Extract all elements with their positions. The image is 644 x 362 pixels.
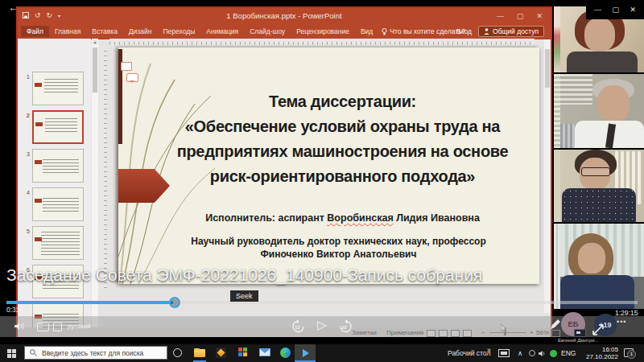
forward-30-label: 30 <box>341 325 347 330</box>
slide-executor-line: Исполнитель: аспирант Воробинская Лидия … <box>151 212 535 224</box>
recording-title: Заседание Совета ЭМФ-20221026_140900-Зап… <box>6 265 482 285</box>
fullscreen-expand-icon[interactable] <box>592 324 604 335</box>
volume-tray-icon[interactable] <box>539 350 547 357</box>
windows-taskbar: Введите здесь текст для поиска Рабочий с… <box>0 344 644 362</box>
editor-scrollbar[interactable] <box>544 39 551 313</box>
volume-icon[interactable] <box>14 322 25 331</box>
webcam-tile-4[interactable] <box>560 224 644 309</box>
webcam-tile-2[interactable] <box>560 74 644 148</box>
webcam-sliver <box>554 224 560 309</box>
closed-captions-icon[interactable] <box>37 323 49 331</box>
slide-title-line: предприятиях машиностроения на основе <box>152 139 533 164</box>
powerpoint-window: ↺ ↻ ▾ 1 Воробинская.pptx - PowerPoint — … <box>16 6 552 340</box>
person-icon <box>484 28 489 35</box>
thumbnail-scrollbar[interactable]: ▴ <box>92 39 98 339</box>
pencil-icon[interactable] <box>550 319 560 330</box>
clock[interactable]: 16:05 27.10.2022 <box>581 346 618 360</box>
slide-thumbnail-panel: 1 2 3 4 5 6 <box>18 39 91 339</box>
sign-in-link[interactable]: Вход <box>456 27 472 35</box>
slide-thumbnail-2-selected[interactable] <box>32 110 84 144</box>
camera-off-badge <box>574 329 586 337</box>
account-area: Вход Общий доступ <box>456 26 544 37</box>
slide-thumbnail-5[interactable] <box>32 226 84 260</box>
maximize-icon[interactable]: ▢ <box>612 6 619 14</box>
letterbox-strip <box>0 337 644 344</box>
tell-me-label: Что вы хотите сделать? <box>390 27 465 35</box>
webcam-sliver <box>554 74 560 148</box>
participant-name: Евгений Дмитри... <box>558 338 598 343</box>
tray-chevron-icon[interactable]: ∧ <box>518 349 522 357</box>
slide-number: 4 <box>22 189 30 196</box>
notification-badge: 1 <box>627 350 636 359</box>
tab-review[interactable]: Рецензирование <box>291 26 355 37</box>
mail-icon[interactable] <box>259 348 270 356</box>
display-tray-icon[interactable] <box>498 349 510 357</box>
powerpoint-window-controls: — ▢ ✕ <box>497 12 543 20</box>
more-options-button[interactable]: ••• <box>617 318 626 326</box>
tab-slideshow[interactable]: Слайд-шоу <box>244 26 291 37</box>
notification-center-icon[interactable]: 1 <box>624 348 634 357</box>
taskbar-search[interactable]: Введите здесь текст для поиска <box>24 346 167 360</box>
slide-canvas[interactable]: Тема диссертации: «Обеспечение условий о… <box>118 47 539 284</box>
cortana-icon[interactable] <box>173 348 182 357</box>
language-indicator[interactable]: ENG <box>561 349 576 357</box>
minimize-icon[interactable]: — <box>594 6 601 14</box>
slide-thumbnail-4[interactable] <box>32 187 84 221</box>
tab-transitions[interactable]: Переходы <box>157 26 200 37</box>
seek-bar[interactable] <box>6 301 638 304</box>
seek-handle[interactable] <box>169 297 180 308</box>
executor-prefix: Исполнитель: аспирант <box>205 212 327 224</box>
onedrive-tray-icon[interactable] <box>529 350 535 356</box>
ppt-restore-icon[interactable]: ▢ <box>517 12 524 20</box>
share-button[interactable]: Общий доступ <box>478 26 544 37</box>
tell-me-box[interactable]: Что вы хотите сделать? <box>382 27 465 35</box>
slide-title: Тема диссертации: «Обеспечение условий о… <box>152 89 533 189</box>
movies-tv-app-icon-active[interactable] <box>295 344 316 362</box>
supervisor-line: Финоченко Виктор Анатольевич <box>142 248 535 261</box>
captions-language[interactable]: русский <box>68 323 91 330</box>
comment-bubble-icon[interactable] <box>126 73 138 82</box>
yandex-disk-icon[interactable] <box>216 348 226 358</box>
player-control-bar: русский 10 ▷ 30 <box>0 316 644 337</box>
toolbar-overflow-chevron[interactable]: » <box>487 346 491 354</box>
app-window-controls: — ▢ ✕ <box>586 0 644 19</box>
file-explorer-icon[interactable] <box>194 348 205 358</box>
slide-thumbnail-3[interactable] <box>32 149 84 183</box>
tab-design[interactable]: Дизайн <box>123 26 158 37</box>
webcam-tile-3[interactable] <box>560 150 644 222</box>
powerpoint-titlebar: ↺ ↻ ▾ 1 Воробинская.pptx - PowerPoint — … <box>18 8 551 24</box>
supervisor-line: Научный руководитель доктор технических … <box>142 235 535 248</box>
antivirus-tray-icon[interactable] <box>550 350 557 357</box>
date: 27.10.2022 <box>581 353 618 360</box>
comment-marker-icon[interactable] <box>121 62 132 71</box>
start-button[interactable] <box>7 349 16 358</box>
tab-file[interactable]: Файл <box>21 26 49 37</box>
elapsed-time: 0:31:16 <box>6 306 29 314</box>
slide-supervisor-lines: Научный руководитель доктор технических … <box>142 235 535 261</box>
tab-view[interactable]: Вид <box>355 26 378 37</box>
share-label: Общий доступ <box>493 27 539 35</box>
slide-number: 5 <box>22 228 30 235</box>
tab-home[interactable]: Главная <box>49 26 86 37</box>
slide-title-line: риск-ориентированного подхода» <box>152 164 533 189</box>
window-title: 1 Воробинская.pptx - PowerPoint <box>18 11 551 20</box>
ppt-close-icon[interactable]: ✕ <box>536 12 543 20</box>
close-icon[interactable]: ✕ <box>630 6 636 14</box>
desktop-toolbar-label[interactable]: Рабочий стол <box>448 349 490 357</box>
slide-thumbnail-1[interactable] <box>32 72 84 105</box>
edge-icon[interactable] <box>280 348 291 358</box>
slide-number: 1 <box>22 73 30 80</box>
store-icon[interactable] <box>238 348 248 357</box>
vertical-ruler <box>100 47 107 288</box>
tab-insert[interactable]: Вставка <box>86 26 123 37</box>
horizontal-ruler <box>109 39 535 45</box>
slide-number: 3 <box>22 150 30 158</box>
ppt-minimize-icon[interactable]: — <box>497 12 504 20</box>
settings-icon[interactable] <box>53 323 62 331</box>
seek-tooltip: Seek <box>230 290 258 302</box>
slide-title-line: Тема диссертации: <box>152 89 533 114</box>
play-icon[interactable]: ▷ <box>317 318 327 332</box>
slide-number: 2 <box>22 112 30 119</box>
webcam-sliver <box>554 150 560 222</box>
tab-animations[interactable]: Анимация <box>200 26 244 37</box>
